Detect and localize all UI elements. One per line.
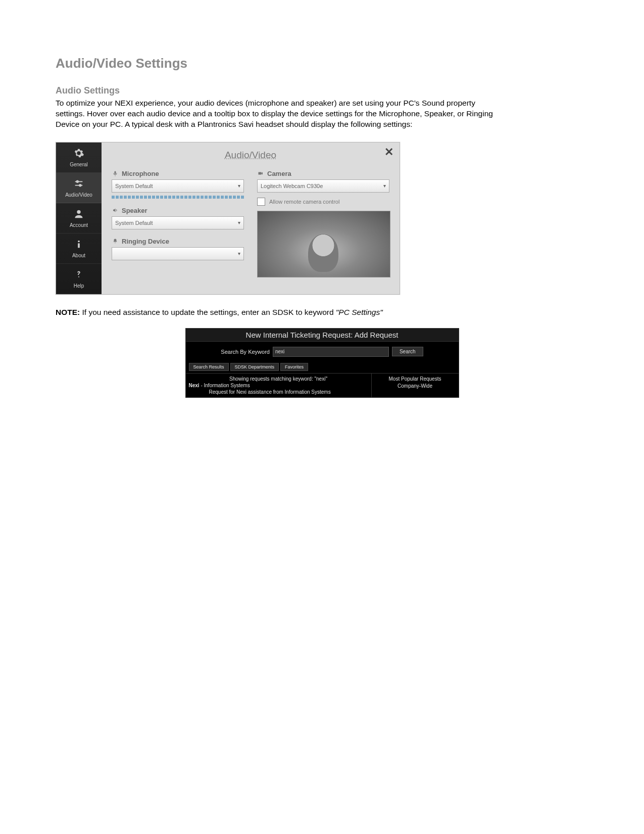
ticket-title: New Internal Ticketing Request: Add Requ…: [186, 329, 459, 342]
chevron-down-icon: ▾: [238, 220, 240, 225]
nav-label: Help: [74, 283, 84, 289]
microphone-label-text: Microphone: [122, 170, 159, 177]
popular-subheading: Company-Wide: [375, 383, 456, 390]
note-line: NOTE: If you need assistance to update t…: [56, 308, 588, 317]
microphone-icon: [112, 170, 119, 177]
camera-value: Logitech Webcam C930e: [261, 183, 323, 189]
sliders-icon: [73, 178, 84, 189]
nav-label: Audio/Video: [65, 192, 92, 198]
chevron-down-icon: ▾: [238, 251, 240, 256]
gear-icon: [73, 148, 84, 159]
microphone-select[interactable]: System Default ▾: [112, 179, 244, 193]
ringing-label: Ringing Device: [112, 238, 244, 245]
nav-help[interactable]: Help: [56, 264, 102, 294]
microphone-value: System Default: [115, 183, 153, 189]
speaker-label-text: Speaker: [122, 207, 147, 214]
question-icon: [73, 269, 84, 280]
close-icon[interactable]: ✕: [384, 146, 393, 159]
nav-about[interactable]: About: [56, 234, 102, 264]
note-body: If you need assistance to update the set…: [80, 308, 336, 316]
svg-point-5: [78, 240, 80, 242]
svg-point-4: [77, 210, 80, 213]
search-input[interactable]: [273, 347, 389, 357]
speaker-label: Speaker: [112, 207, 244, 214]
remote-camera-checkbox[interactable]: [257, 198, 265, 206]
ringing-label-text: Ringing Device: [122, 238, 169, 245]
camera-select[interactable]: Logitech Webcam C930e ▾: [257, 179, 389, 193]
section-heading-audio: Audio Settings: [56, 85, 588, 96]
speaker-icon: [112, 207, 119, 214]
dialog-title: Audio/Video: [112, 150, 389, 161]
chevron-down-icon: ▾: [238, 183, 240, 189]
svg-rect-6: [78, 243, 80, 248]
results-matching-text: Showing requests matching keyword: "nexi…: [189, 376, 368, 382]
bell-icon: [112, 238, 119, 245]
result-row[interactable]: Nexi - Information Systems: [189, 382, 368, 389]
intro-paragraph: To optimize your NEXI experience, your a…: [56, 98, 495, 130]
nav-label: Account: [70, 222, 88, 228]
camera-label-text: Camera: [267, 170, 291, 177]
popular-heading: Most Popular Requests: [375, 376, 456, 383]
chevron-down-icon: ▾: [383, 183, 386, 189]
page-title: Audio/Video Settings: [56, 56, 588, 71]
note-prefix: NOTE:: [56, 308, 80, 316]
svg-rect-7: [115, 171, 116, 174]
result-description: Request for Nexi assistance from Informa…: [189, 389, 368, 395]
search-button[interactable]: Search: [392, 347, 423, 356]
ticketing-panel: New Internal Ticketing Request: Add Requ…: [185, 328, 459, 398]
info-icon: [73, 239, 84, 250]
search-label: Search By Keyword: [221, 349, 270, 355]
camera-preview: [257, 211, 390, 277]
ringing-select[interactable]: ▾: [112, 247, 244, 260]
microphone-label: Microphone: [112, 170, 244, 177]
speaker-value: System Default: [115, 220, 153, 226]
nav-general[interactable]: General: [56, 143, 102, 173]
audio-video-dialog: General Audio/Video Account About: [56, 142, 400, 295]
remote-camera-label: Allow remote camera control: [269, 199, 339, 205]
settings-sidebar: General Audio/Video Account About: [56, 143, 102, 294]
tab-favorites[interactable]: Favorites: [280, 363, 308, 371]
svg-rect-8: [259, 172, 262, 175]
note-keyword: "PC Settings": [336, 308, 383, 316]
nav-label: General: [70, 162, 88, 167]
svg-point-1: [76, 180, 78, 182]
nav-account[interactable]: Account: [56, 203, 102, 234]
tab-sdsk-departments[interactable]: SDSK Departments: [230, 363, 279, 371]
result-name: Nexi: [189, 383, 200, 388]
svg-point-3: [79, 184, 81, 187]
camera-label: Camera: [257, 170, 389, 177]
tab-search-results[interactable]: Search Results: [189, 363, 229, 371]
result-dept: - Information Systems: [200, 383, 250, 388]
mic-level-meter: [112, 196, 244, 199]
camera-icon: [257, 170, 264, 177]
nav-audiovideo[interactable]: Audio/Video: [56, 173, 102, 203]
speaker-select[interactable]: System Default ▾: [112, 216, 244, 229]
person-icon: [73, 208, 84, 219]
nav-label: About: [72, 253, 85, 258]
